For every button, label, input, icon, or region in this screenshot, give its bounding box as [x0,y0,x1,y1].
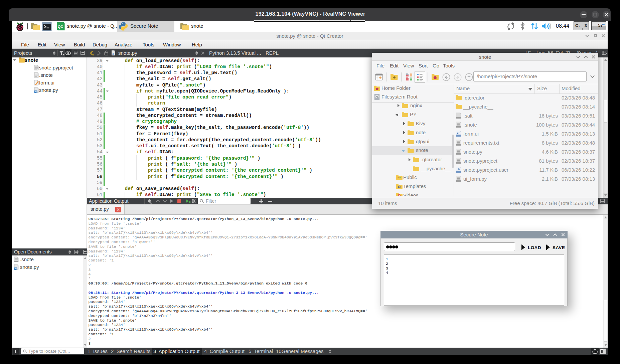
svg-text:PY: PY [15,268,17,270]
svg-text:PY: PY [112,53,114,55]
svg-text:QC: QC [58,25,63,29]
svg-text:PY: PY [35,91,37,93]
